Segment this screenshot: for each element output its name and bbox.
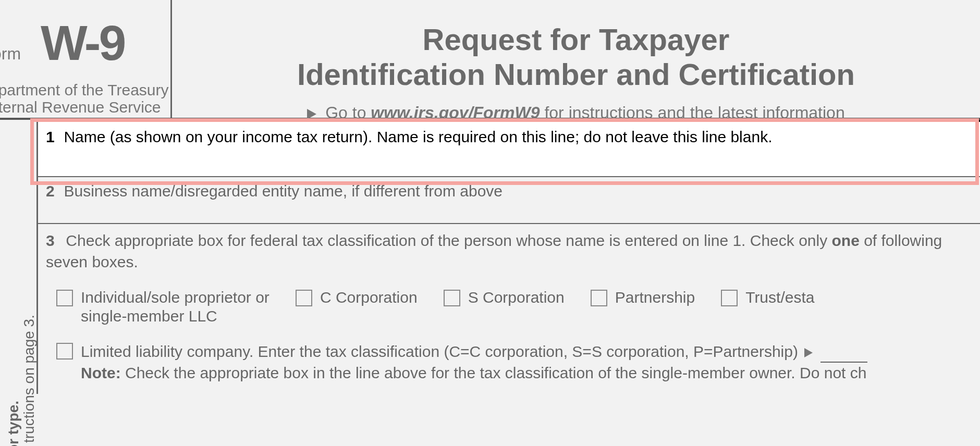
checkbox-icon[interactable] (444, 290, 460, 306)
checkbox-individual-line2: single-member LLC (81, 307, 270, 326)
checkbox-partnership-label: Partnership (615, 288, 695, 307)
checkbox-c-corp-label: C Corporation (320, 288, 418, 307)
sidebar-type-text: or type. (5, 401, 22, 446)
field-3-number: 3 (46, 230, 62, 252)
arrow-right-icon (307, 109, 316, 119)
goto-prefix: Go to (325, 103, 371, 122)
title-line-2: Identification Number and Certification (172, 57, 980, 92)
dept-line-1: epartment of the Treasury (0, 81, 169, 98)
llc-note-text: Check the appropriate box in the line ab… (121, 364, 867, 381)
form-label: orm (0, 44, 21, 64)
field-3-bold-one: one (832, 232, 860, 249)
field-1-number: 1 (46, 128, 62, 146)
checkbox-icon[interactable] (296, 290, 312, 306)
llc-note-label: Note: (81, 364, 121, 381)
header-left-block: orm W-9 epartment of the Treasury nterna… (0, 0, 172, 118)
main-content: 1 Name (as shown on your income tax retu… (36, 120, 980, 394)
field-line-2[interactable]: 2 Business name/disregarded entity name,… (38, 177, 980, 224)
checkbox-partnership[interactable]: Partnership (591, 288, 695, 326)
checkbox-c-corp[interactable]: C Corporation (296, 288, 418, 326)
sidebar-instructions-text: tructions on page 3. (21, 315, 38, 443)
w9-form: orm W-9 epartment of the Treasury nterna… (0, 0, 980, 446)
llc-text-block: Limited liability company. Enter the tax… (81, 341, 867, 383)
header-right-block: Request for Taxpayer Identification Numb… (172, 0, 980, 118)
checkbox-icon[interactable] (56, 343, 73, 360)
classification-checkbox-row: Individual/sole proprietor or single-mem… (46, 288, 970, 326)
department-text: epartment of the Treasury nternal Revenu… (0, 81, 169, 116)
sidebar: tructions on page 3. or type. (0, 120, 36, 394)
llc-blank-line[interactable] (820, 362, 867, 363)
goto-suffix: for instructions and the latest informat… (540, 103, 845, 122)
field-line-1[interactable]: 1 Name (as shown on your income tax retu… (38, 120, 980, 177)
checkbox-individual-label: Individual/sole proprietor or single-mem… (81, 288, 270, 326)
checkbox-individual[interactable]: Individual/sole proprietor or single-mem… (56, 288, 270, 326)
checkbox-icon[interactable] (721, 290, 738, 306)
arrow-right-icon (804, 348, 813, 357)
form-number: W-9 (41, 15, 124, 71)
field-line-3: 3 Check appropriate box for federal tax … (38, 224, 980, 394)
checkbox-icon[interactable] (591, 290, 607, 306)
checkbox-individual-line1: Individual/sole proprietor or (81, 288, 270, 307)
llc-main-text: Limited liability company. Enter the tax… (81, 343, 798, 360)
field-1-text: Name (as shown on your income tax return… (64, 128, 772, 145)
checkbox-llc-row: Limited liability company. Enter the tax… (46, 341, 970, 383)
checkbox-trust[interactable]: Trust/esta (721, 288, 814, 326)
field-2-text: Business name/disregarded entity name, i… (64, 182, 503, 200)
form-header: orm W-9 epartment of the Treasury nterna… (0, 0, 980, 120)
checkbox-s-corp-label: S Corporation (468, 288, 565, 307)
goto-url: www.irs.gov/FormW9 (371, 103, 540, 122)
checkbox-s-corp[interactable]: S Corporation (444, 288, 565, 326)
dept-line-2: nternal Revenue Service (0, 98, 169, 116)
field-3-text-part1: Check appropriate box for federal tax cl… (66, 232, 831, 249)
title-line-1: Request for Taxpayer (172, 22, 980, 57)
form-body: tructions on page 3. or type. 1 Name (as… (0, 120, 980, 394)
checkbox-trust-label: Trust/esta (745, 288, 814, 307)
field-3-instruction: 3 Check appropriate box for federal tax … (46, 230, 970, 272)
checkbox-icon[interactable] (56, 290, 73, 306)
field-2-number: 2 (46, 182, 62, 200)
